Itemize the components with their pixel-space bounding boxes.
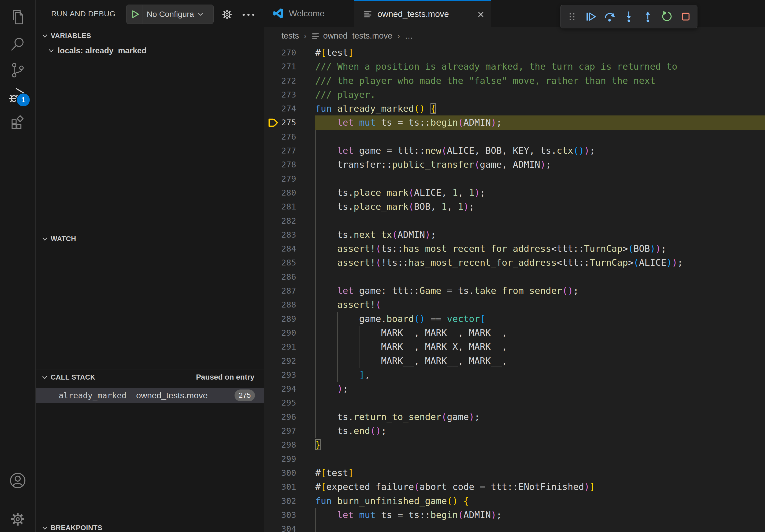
debug-restart-button[interactable] <box>659 9 674 24</box>
code-line[interactable]: 276 <box>264 130 765 143</box>
code-line[interactable]: 273/// player. <box>264 88 765 102</box>
code-line[interactable]: 298} <box>264 438 765 452</box>
line-number[interactable]: 292 <box>264 354 296 368</box>
code-line[interactable]: 280 ts.place_mark(ALICE, 1, 1); <box>264 186 765 199</box>
line-number[interactable]: 293 <box>264 368 296 382</box>
section-breakpoints[interactable]: BREAKPOINTS <box>41 524 102 532</box>
section-call-stack[interactable]: CALL STACK <box>41 373 95 382</box>
panel-more-actions-button[interactable] <box>242 11 256 19</box>
code-line[interactable]: 283 ts.next_tx(ADMIN); <box>264 228 765 242</box>
line-number[interactable]: 294 <box>264 382 296 396</box>
variables-scope-locals[interactable]: locals: already_marked <box>47 46 147 55</box>
code-line[interactable]: 278 transfer::public_transfer(game, ADMI… <box>264 157 765 171</box>
code-line[interactable]: 281 ts.place_mark(BOB, 1, 1); <box>264 199 765 213</box>
line-number[interactable]: 275 <box>264 116 296 130</box>
code-line[interactable]: 294 ); <box>264 382 765 396</box>
line-number[interactable]: 283 <box>264 228 296 242</box>
line-number[interactable]: 303 <box>264 508 296 522</box>
line-number[interactable]: 304 <box>264 522 296 532</box>
line-number[interactable]: 286 <box>264 270 296 284</box>
line-number[interactable]: 281 <box>264 199 296 213</box>
code-line[interactable]: 301#[expected_failure(abort_code = ttt::… <box>264 480 765 494</box>
line-number[interactable]: 298 <box>264 438 296 452</box>
line-number[interactable]: 302 <box>264 494 296 508</box>
code-line[interactable]: 275 let mut ts = ts::begin(ADMIN); <box>264 116 765 130</box>
code-line[interactable]: 293 ], <box>264 368 765 382</box>
code-line[interactable]: 303 let mut ts = ts::begin(ADMIN); <box>264 508 765 522</box>
code-line[interactable]: 270#[test] <box>264 46 765 60</box>
line-number[interactable]: 273 <box>264 88 296 102</box>
line-number[interactable]: 287 <box>264 284 296 298</box>
breadcrumb-item-file[interactable]: owned_tests.move <box>323 31 392 41</box>
line-number[interactable]: 296 <box>264 410 296 424</box>
code-line[interactable]: 277 let game = ttt::new(ALICE, BOB, KEY,… <box>264 143 765 157</box>
tab-welcome[interactable]: Welcome <box>264 0 355 27</box>
debug-step-into-button[interactable] <box>621 9 636 24</box>
toolbar-drag-handle[interactable] <box>564 9 579 24</box>
close-icon[interactable] <box>475 9 486 20</box>
line-number[interactable]: 300 <box>264 466 296 480</box>
code-line[interactable]: 272/// the player who made the "false" m… <box>264 74 765 88</box>
code-line[interactable]: 296 ts.return_to_sender(game); <box>264 410 765 424</box>
code-line[interactable]: 284 assert!(ts::has_most_recent_for_addr… <box>264 242 765 256</box>
code-line[interactable]: 302fun burn_unfinished_game() { <box>264 494 765 508</box>
line-number[interactable]: 290 <box>264 326 296 340</box>
code-line[interactable]: 292 MARK__, MARK__, MARK__, <box>264 354 765 368</box>
code-line[interactable]: 286 <box>264 270 765 284</box>
code-line[interactable]: 289 game.board() == vector[ <box>264 312 765 326</box>
code-line[interactable]: 285 assert!(!ts::has_most_recent_for_add… <box>264 256 765 269</box>
line-number[interactable]: 301 <box>264 480 296 494</box>
line-number[interactable]: 297 <box>264 424 296 438</box>
line-number[interactable]: 284 <box>264 242 296 256</box>
debug-configuration-picker[interactable]: No Configura <box>126 5 214 24</box>
code-line[interactable]: 291 MARK__, MARK_X, MARK__, <box>264 340 765 354</box>
breadcrumb-item-tests[interactable]: tests <box>282 31 299 41</box>
panel-gear-button[interactable] <box>221 8 234 22</box>
line-number[interactable]: 280 <box>264 186 296 199</box>
sidebar-item-extensions[interactable] <box>0 109 35 134</box>
line-number[interactable]: 279 <box>264 172 296 186</box>
section-variables[interactable]: VARIABLES <box>41 32 91 40</box>
line-number[interactable]: 288 <box>264 298 296 312</box>
accounts-button[interactable] <box>0 468 35 493</box>
code-line[interactable]: 279 <box>264 172 765 186</box>
callstack-frame-row[interactable]: already_marked owned_tests.move 275 <box>36 388 264 403</box>
debug-step-out-button[interactable] <box>640 9 655 24</box>
code-line[interactable]: 271/// When a position is already marked… <box>264 60 765 73</box>
debug-step-over-button[interactable] <box>602 9 617 24</box>
code-line[interactable]: 297 ts.end(); <box>264 424 765 438</box>
sidebar-item-source-control[interactable] <box>0 58 35 83</box>
line-number[interactable]: 291 <box>264 340 296 354</box>
code-line[interactable]: 304 <box>264 522 765 532</box>
line-number[interactable]: 285 <box>264 256 296 269</box>
line-number[interactable]: 278 <box>264 157 296 171</box>
code-line[interactable]: 295 <box>264 396 765 409</box>
debug-continue-button[interactable] <box>583 9 598 24</box>
sidebar-item-explorer[interactable] <box>0 5 35 30</box>
line-number[interactable]: 299 <box>264 452 296 466</box>
line-number[interactable]: 289 <box>264 312 296 326</box>
line-number[interactable]: 272 <box>264 74 296 88</box>
settings-button[interactable] <box>0 507 35 531</box>
section-watch[interactable]: WATCH <box>41 235 76 243</box>
line-number[interactable]: 271 <box>264 60 296 73</box>
code-line[interactable]: 299 <box>264 452 765 466</box>
line-number[interactable]: 270 <box>264 46 296 60</box>
debug-stop-button[interactable] <box>678 9 693 24</box>
code-line[interactable]: 288 assert!( <box>264 298 765 312</box>
code-line[interactable]: 287 let game: ttt::Game = ts.take_from_s… <box>264 284 765 298</box>
code-line[interactable]: 274fun already_marked() { <box>264 102 765 116</box>
line-number[interactable]: 282 <box>264 214 296 228</box>
line-number[interactable]: 277 <box>264 143 296 157</box>
sidebar-item-search[interactable] <box>0 32 35 56</box>
tab-owned-tests-move[interactable]: owned_tests.move <box>355 0 491 27</box>
line-number[interactable]: 295 <box>264 396 296 409</box>
line-number[interactable]: 276 <box>264 130 296 143</box>
ellipsis-icon <box>242 11 256 18</box>
sidebar-item-run-and-debug[interactable]: 1 <box>0 83 35 108</box>
breadcrumb-item-symbol[interactable]: … <box>405 31 413 41</box>
code-line[interactable]: 282 <box>264 214 765 228</box>
line-number[interactable]: 274 <box>264 102 296 116</box>
code-line[interactable]: 300#[test] <box>264 466 765 480</box>
code-line[interactable]: 290 MARK__, MARK__, MARK__, <box>264 326 765 340</box>
